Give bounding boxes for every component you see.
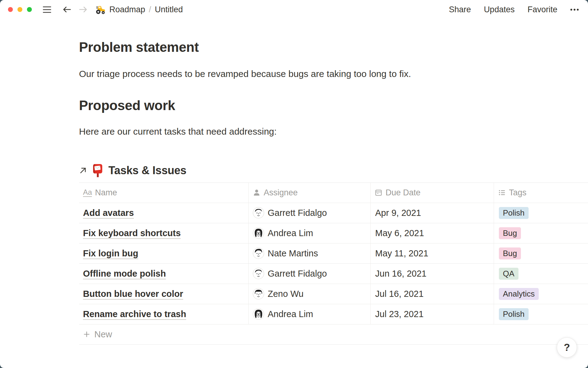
heading-problem-statement: Problem statement bbox=[79, 39, 588, 56]
more-options-icon[interactable] bbox=[570, 9, 579, 11]
linked-database-title-row: Tasks & Issues bbox=[79, 162, 588, 179]
due-date-cell[interactable]: Jul 23, 2021 bbox=[371, 304, 494, 324]
open-as-page-icon[interactable] bbox=[79, 167, 87, 174]
breadcrumb-item-roadmap[interactable]: Roadmap bbox=[109, 5, 145, 14]
plus-icon bbox=[83, 331, 90, 338]
new-row-label: New bbox=[94, 329, 112, 339]
tags-cell[interactable]: Bug bbox=[494, 223, 588, 243]
task-name-cell[interactable]: Add avatars bbox=[79, 203, 249, 223]
text-property-icon: Aa bbox=[83, 189, 92, 197]
tags-cell[interactable]: Analytics bbox=[494, 284, 588, 304]
due-date: Jul 23, 2021 bbox=[375, 309, 424, 319]
column-label: Assignee bbox=[264, 188, 298, 197]
task-name-cell[interactable]: Offline mode polish bbox=[79, 264, 249, 284]
new-row-button[interactable]: New bbox=[79, 324, 588, 345]
paragraph-problem: Our triage process needs to be revamped … bbox=[79, 67, 588, 81]
tag-pill: Bug bbox=[499, 227, 521, 239]
back-arrow-icon[interactable] bbox=[63, 6, 71, 13]
assignee-name: Zeno Wu bbox=[268, 289, 303, 299]
table-row: Offline mode polish Garrett Fidalgo Jun … bbox=[79, 264, 588, 284]
heading-proposed-work: Proposed work bbox=[79, 98, 588, 114]
assignee-name: Garrett Fidalgo bbox=[268, 269, 327, 279]
due-date-cell[interactable]: Jun 16, 2021 bbox=[371, 264, 494, 284]
help-button-label: ? bbox=[564, 342, 570, 353]
tag-pill: QA bbox=[499, 268, 518, 280]
traffic-light-close[interactable] bbox=[8, 7, 13, 12]
due-date: Apr 9, 2021 bbox=[375, 208, 421, 218]
traffic-light-minimize[interactable] bbox=[17, 7, 22, 12]
due-date-cell[interactable]: May 11, 2021 bbox=[371, 243, 494, 263]
table-row: Fix keyboard shortcuts Andrea Lim May 6,… bbox=[79, 223, 588, 243]
task-name: Fix keyboard shortcuts bbox=[83, 228, 181, 238]
due-date: Jul 16, 2021 bbox=[375, 289, 424, 299]
page-content: Problem statement Our triage process nee… bbox=[0, 39, 588, 345]
updates-button[interactable]: Updates bbox=[484, 5, 515, 14]
due-date: Jun 16, 2021 bbox=[375, 269, 427, 279]
forward-arrow-icon[interactable] bbox=[79, 6, 87, 13]
task-name: Button blue hover color bbox=[83, 289, 183, 299]
postbox-icon bbox=[92, 163, 104, 178]
sidebar-menu-icon[interactable] bbox=[43, 6, 51, 13]
table-row: Fix login bug Nate Martins May 11, 2021 … bbox=[79, 243, 588, 264]
assignee-cell[interactable]: Andrea Lim bbox=[249, 304, 371, 324]
column-label: Due Date bbox=[386, 188, 420, 197]
tag-pill: Bug bbox=[499, 247, 521, 259]
due-date-cell[interactable]: Jul 16, 2021 bbox=[371, 284, 494, 304]
assignee-name: Andrea Lim bbox=[268, 228, 313, 238]
assignee-avatar bbox=[253, 227, 264, 239]
tags-cell[interactable]: QA bbox=[494, 264, 588, 284]
traffic-lights bbox=[8, 7, 32, 12]
task-name-cell[interactable]: Fix keyboard shortcuts bbox=[79, 223, 249, 243]
column-header-assignee[interactable]: Assignee bbox=[249, 183, 371, 203]
task-name-cell[interactable]: Fix login bug bbox=[79, 243, 249, 263]
breadcrumb-item-untitled[interactable]: Untitled bbox=[155, 5, 183, 14]
tag-pill: Polish bbox=[499, 308, 529, 320]
assignee-avatar bbox=[253, 288, 264, 300]
task-name-cell[interactable]: Rename archive to trash bbox=[79, 304, 249, 324]
due-date-cell[interactable]: May 6, 2021 bbox=[371, 223, 494, 243]
database-title[interactable]: Tasks & Issues bbox=[108, 164, 187, 177]
table-row: Button blue hover color Zeno Wu Jul 16, … bbox=[79, 284, 588, 304]
paragraph-proposed: Here are our current tasks that need add… bbox=[79, 125, 588, 138]
assignee-cell[interactable]: Zeno Wu bbox=[249, 284, 371, 304]
help-button[interactable]: ? bbox=[557, 337, 577, 358]
traffic-light-zoom[interactable] bbox=[27, 7, 32, 12]
favorite-button[interactable]: Favorite bbox=[527, 5, 557, 14]
assignee-avatar bbox=[253, 207, 264, 219]
table-header-row: Aa Name Assignee bbox=[79, 183, 588, 203]
task-name: Add avatars bbox=[83, 208, 134, 218]
column-header-due-date[interactable]: Due Date bbox=[371, 183, 494, 203]
assignee-name: Nate Martins bbox=[268, 248, 318, 259]
notion-window: Roadmap / Untitled Share Updates Favorit… bbox=[0, 0, 588, 368]
task-name: Rename archive to trash bbox=[83, 309, 186, 319]
database-table: Aa Name Assignee bbox=[79, 182, 588, 345]
assignee-name: Garrett Fidalgo bbox=[268, 208, 327, 218]
assignee-cell[interactable]: Andrea Lim bbox=[249, 223, 371, 243]
calendar-icon bbox=[375, 189, 383, 197]
assignee-cell[interactable]: Nate Martins bbox=[249, 243, 371, 263]
tags-cell[interactable]: Bug bbox=[494, 243, 588, 263]
tag-pill: Polish bbox=[499, 207, 529, 219]
titlebar-actions: Share Updates Favorite bbox=[449, 5, 579, 14]
task-name: Fix login bug bbox=[83, 248, 138, 259]
table-row: Add avatars Garrett Fidalgo Apr 9, 2021 … bbox=[79, 203, 588, 223]
column-label: Tags bbox=[509, 188, 526, 197]
assignee-avatar bbox=[253, 247, 264, 259]
breadcrumb-separator: / bbox=[149, 5, 151, 14]
titlebar: Roadmap / Untitled Share Updates Favorit… bbox=[0, 0, 588, 19]
column-header-tags[interactable]: Tags bbox=[494, 183, 588, 203]
column-label: Name bbox=[95, 188, 117, 197]
assignee-avatar bbox=[253, 268, 264, 279]
due-date: May 11, 2021 bbox=[375, 248, 428, 259]
assignee-cell[interactable]: Garrett Fidalgo bbox=[249, 203, 371, 223]
tags-cell[interactable]: Polish bbox=[494, 203, 588, 223]
assignee-cell[interactable]: Garrett Fidalgo bbox=[249, 264, 371, 284]
due-date-cell[interactable]: Apr 9, 2021 bbox=[371, 203, 494, 223]
tags-cell[interactable]: Polish bbox=[494, 304, 588, 324]
table-rows: Add avatars Garrett Fidalgo Apr 9, 2021 … bbox=[79, 203, 588, 324]
tag-pill: Analytics bbox=[499, 288, 539, 300]
tractor-icon[interactable] bbox=[95, 5, 106, 14]
column-header-name[interactable]: Aa Name bbox=[79, 183, 249, 203]
task-name-cell[interactable]: Button blue hover color bbox=[79, 284, 249, 304]
share-button[interactable]: Share bbox=[449, 5, 471, 14]
